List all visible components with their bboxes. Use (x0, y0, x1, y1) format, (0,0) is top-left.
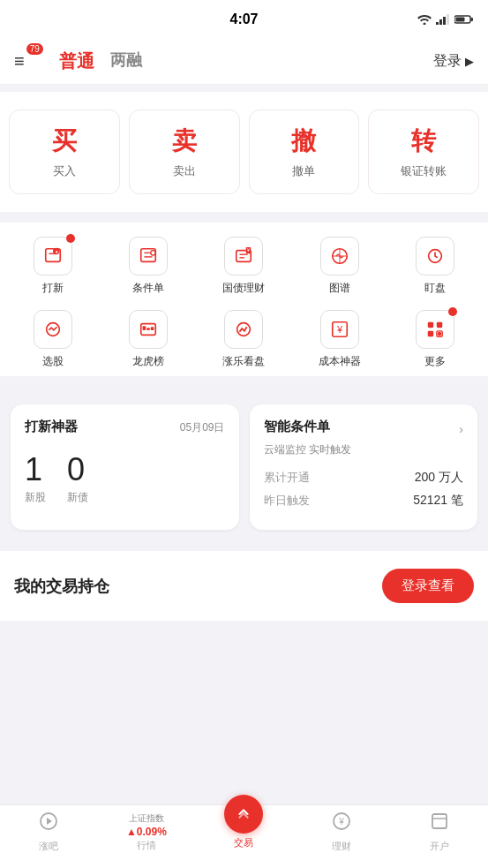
market-change: ▲0.09% (126, 826, 167, 838)
open-account-label: 开户 (430, 840, 449, 853)
more-icon (416, 310, 454, 349)
finance-label: 理财 (332, 840, 351, 853)
more-badge-dot (448, 307, 457, 316)
cards-section: 打新神器 05月09日 1 新股 0 新债 智能条件单 › 云端监控 实时触发 … (11, 404, 477, 530)
tab-margin[interactable]: 两融 (105, 46, 147, 77)
svg-rect-33 (428, 322, 433, 328)
my-trading-section: 我的交易持仓 登录查看 (0, 551, 488, 621)
daxin-icon: ★ (34, 237, 72, 275)
tiger-icon (129, 310, 168, 349)
new-bond-stat: 0 新债 (67, 451, 88, 505)
nav-item-finance[interactable]: ¥ 理财 (293, 805, 391, 853)
buzz-icon (38, 811, 59, 837)
stat2-key: 昨日触发 (264, 493, 310, 509)
feature-tiger[interactable]: 龙虎榜 (102, 310, 194, 369)
stat1-key: 累计开通 (264, 470, 310, 486)
nav-item-buzz[interactable]: 涨吧 (0, 805, 98, 853)
buy-char: 买 (52, 125, 77, 158)
feature-cost[interactable]: ¥ 成本神器 (294, 310, 386, 369)
svg-text:¥: ¥ (336, 324, 343, 335)
action-buy[interactable]: 买 买入 (9, 109, 120, 194)
sell-char: 卖 (172, 125, 197, 158)
login-text[interactable]: 登录 (433, 52, 462, 71)
buy-label: 买入 (53, 163, 76, 179)
feature-bond[interactable]: ¥ 国债理财 (198, 237, 289, 296)
svg-text:¥: ¥ (248, 247, 251, 253)
cancel-char: 撤 (291, 125, 316, 158)
svg-rect-6 (471, 18, 474, 21)
condition-label: 条件单 (132, 281, 164, 296)
new-stock-stat: 1 新股 (25, 451, 46, 505)
condition-icon (129, 237, 168, 275)
ipo-card[interactable]: 打新神器 05月09日 1 新股 0 新债 (11, 404, 239, 530)
svg-rect-28 (146, 328, 150, 330)
more-label: 更多 (424, 354, 446, 369)
account-tabs: 普通 两融 (54, 46, 147, 77)
view-label: 涨乐看盘 (222, 354, 265, 369)
chevron-icon: › (459, 422, 463, 436)
feature-view[interactable]: 涨乐看盘 (198, 310, 289, 369)
view-icon (224, 310, 263, 349)
badge-dot (66, 234, 75, 243)
finance-icon: ¥ (331, 811, 352, 837)
signal-icon (436, 14, 450, 25)
stat1-row: 累计开通 200 万人 (264, 470, 464, 486)
new-bond-value: 0 (67, 451, 88, 488)
cost-icon: ¥ (320, 310, 359, 349)
svg-rect-3 (443, 17, 446, 25)
cost-label: 成本神器 (319, 354, 361, 369)
ipo-stats: 1 新股 0 新债 (25, 451, 225, 505)
stat2-row: 昨日触发 52121 笔 (264, 493, 464, 509)
bond-label: 国债理财 (222, 281, 265, 296)
nav-item-dots[interactable]: ⋯ (0, 853, 98, 868)
svg-rect-1 (436, 22, 439, 25)
menu-icon[interactable]: ≡ (14, 51, 25, 72)
status-icons (417, 14, 474, 25)
svg-rect-7 (456, 18, 465, 22)
market-ticker: 上证指数 ▲0.09% 行情 (126, 812, 167, 852)
action-sell[interactable]: 卖 卖出 (129, 109, 240, 194)
nav-item-trade[interactable]: 交易 (195, 809, 293, 849)
feature-stockpick[interactable]: 选股 (7, 310, 99, 369)
condition-card[interactable]: 智能条件单 › 云端监控 实时触发 累计开通 200 万人 昨日触发 52121… (250, 404, 478, 530)
feature-watch[interactable]: 盯盘 (389, 237, 481, 296)
svg-marker-39 (47, 818, 52, 825)
svg-point-37 (438, 332, 442, 336)
svg-rect-29 (151, 327, 154, 330)
svg-point-0 (424, 23, 426, 26)
bottom-navigation: 涨吧 上证指数 ▲0.09% 行情 交易 ¥ 理财 (0, 804, 488, 868)
trade-center-icon (224, 795, 263, 834)
new-stock-label: 新股 (25, 490, 46, 505)
graph-label: 图谱 (329, 281, 350, 296)
my-trading-title: 我的交易持仓 (14, 576, 109, 597)
market-label: 行情 (137, 839, 156, 852)
new-stock-value: 1 (25, 451, 46, 488)
login-view-button[interactable]: 登录查看 (382, 569, 474, 603)
nav-item-market[interactable]: 上证指数 ▲0.09% 行情 (98, 807, 196, 852)
transfer-label: 银证转账 (401, 163, 447, 179)
action-cancel[interactable]: 撤 撤单 (249, 109, 360, 194)
feature-more[interactable]: 更多 (389, 310, 481, 369)
feature-daxin[interactable]: ★ 打新 (7, 237, 99, 296)
buzz-label: 涨吧 (39, 840, 58, 853)
svg-rect-2 (439, 19, 442, 25)
cancel-label: 撤单 (292, 163, 315, 179)
watch-icon (416, 237, 454, 275)
feature-grid: ★ 打新 条件单 ¥ 国债理财 图谱 盯盘 选股 (0, 223, 488, 376)
action-transfer[interactable]: 转 银证转账 (368, 109, 479, 194)
arrow-icon[interactable]: ▶ (465, 55, 474, 68)
trade-label: 交易 (234, 836, 253, 849)
notification-badge[interactable]: 79 (26, 43, 43, 55)
stockpick-label: 选股 (42, 354, 64, 369)
wifi-icon (417, 14, 432, 25)
graph-icon (320, 237, 359, 275)
feature-condition[interactable]: 条件单 (102, 237, 194, 296)
tab-normal[interactable]: 普通 (54, 46, 100, 77)
battery-icon (454, 14, 474, 25)
header-right: 登录 ▶ (433, 52, 474, 71)
nav-item-open-account[interactable]: 开户 (390, 805, 488, 853)
new-bond-label: 新债 (67, 490, 88, 505)
sell-label: 卖出 (173, 163, 196, 179)
feature-graph[interactable]: 图谱 (294, 237, 386, 296)
svg-rect-4 (447, 14, 449, 25)
